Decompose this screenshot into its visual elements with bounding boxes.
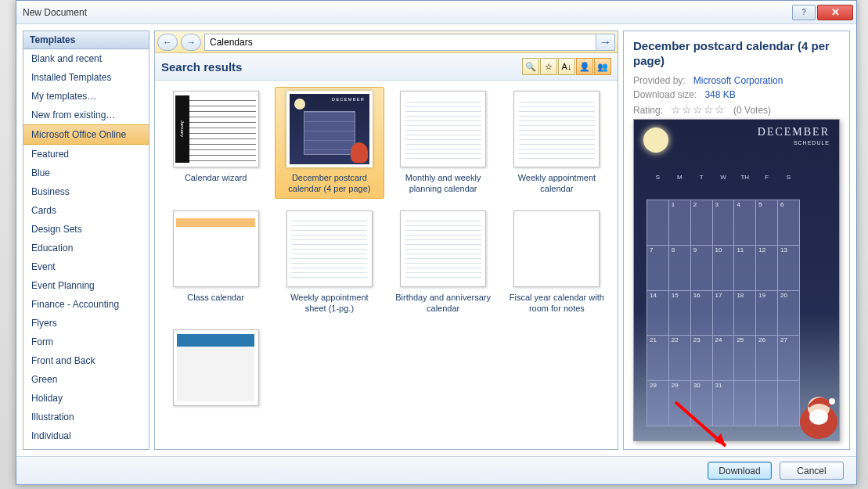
search-go-button[interactable]: → <box>596 34 614 50</box>
new-document-dialog: New Document ? ✕ Templates Blank and rec… <box>16 0 857 485</box>
santa-icon <box>795 384 839 440</box>
sidebar-item-installed-templates[interactable]: Installed Templates <box>23 68 149 87</box>
template-label: Birthday and anniversary calendar <box>393 292 494 315</box>
results-panel: ← → → Search results 🔍 ☆ A↓ 👤 👥 Januar <box>154 31 618 450</box>
template-weekly-appointment-calendar[interactable]: Weekly appointment calendar <box>502 87 611 199</box>
sort-icon[interactable]: A↓ <box>558 58 575 75</box>
details-title: December postcard calendar (4 per page) <box>633 39 840 69</box>
template-monthly-weekly-planning[interactable]: Monthly and weekly planning calendar <box>389 87 498 199</box>
template-label: Class calendar <box>187 292 244 314</box>
sidebar-item-microsoft-office-online[interactable]: Microsoft Office Online <box>23 124 149 145</box>
template-label: Weekly appointment sheet (1-pg.) <box>279 292 380 315</box>
templates-sidebar: Templates Blank and recentInstalled Temp… <box>23 31 149 450</box>
template-thumb <box>173 329 259 406</box>
dialog-footer: Download Cancel <box>16 456 856 484</box>
results-title: Search results <box>161 60 522 74</box>
svg-point-3 <box>829 398 835 405</box>
sidebar-item-illustration[interactable]: Illustration <box>23 408 149 426</box>
sidebar-item-event[interactable]: Event <box>23 257 149 276</box>
provided-by-link[interactable]: Microsoft Corporation <box>693 75 783 86</box>
template-december-postcard-calendar[interactable]: DECEMBERDecember postcard calendar (4 pe… <box>275 87 384 199</box>
nav-forward-button[interactable]: → <box>181 34 201 51</box>
download-button[interactable]: Download <box>708 462 772 480</box>
sidebar-item-education[interactable]: Education <box>23 239 149 257</box>
sidebar-item-cards[interactable]: Cards <box>23 201 149 220</box>
rating-stars: ☆☆☆☆☆ <box>671 103 726 116</box>
nav-search: → <box>204 34 615 51</box>
preview-calendar-grid: SMTWTHFS12345678910111213141516171819202… <box>646 157 800 427</box>
sidebar-item-new-from-existing-[interactable]: New from existing… <box>23 106 149 124</box>
provided-by-label: Provided by: <box>633 75 686 86</box>
results-header: Search results 🔍 ☆ A↓ 👤 👥 <box>155 53 618 81</box>
template-thumb <box>173 210 259 287</box>
details-panel: December postcard calendar (4 per page) … <box>623 31 850 450</box>
results-scroll[interactable]: JanuaryCalendar wizardDECEMBERDecember p… <box>155 81 618 449</box>
template-thumb <box>286 210 373 287</box>
nav-back-button[interactable]: ← <box>157 34 178 51</box>
template-label: Monthly and weekly planning calendar <box>393 172 494 195</box>
sidebar-item-finance-accounting[interactable]: Finance - Accounting <box>23 295 149 314</box>
template-label: Weekly appointment calendar <box>506 172 607 195</box>
download-size-label: Download size: <box>633 89 697 100</box>
preview-subtitle: SCHEDULE <box>794 140 830 146</box>
moon-icon <box>643 128 668 153</box>
sidebar-header: Templates <box>23 31 149 49</box>
template-class-calendar[interactable]: Class calendar <box>161 207 270 318</box>
download-size-value: 348 KB <box>704 89 735 100</box>
template-fiscal-year-calendar[interactable]: Fiscal year calendar with room for notes <box>502 207 611 318</box>
help-button[interactable]: ? <box>792 5 816 20</box>
titlebar: New Document ? ✕ <box>16 1 856 24</box>
template-thumb <box>513 210 600 287</box>
template-calendar-wizard[interactable]: JanuaryCalendar wizard <box>161 87 270 199</box>
sidebar-item-green[interactable]: Green <box>23 370 149 389</box>
template-label: Fiscal year calendar with room for notes <box>506 292 607 315</box>
favorite-icon[interactable]: ☆ <box>540 58 557 75</box>
template-thumb: January <box>173 91 259 167</box>
template-thumb <box>400 91 486 167</box>
preview-month: DECEMBER <box>758 126 830 138</box>
template-birthday-anniversary-calendar[interactable]: Birthday and anniversary calendar <box>389 207 498 318</box>
sidebar-item-front-and-back[interactable]: Front and Back <box>23 351 149 370</box>
template-employee-newsletter[interactable] <box>161 325 270 437</box>
view-icon[interactable]: 🔍 <box>522 58 539 75</box>
sidebar-list[interactable]: Blank and recentInstalled TemplatesMy te… <box>23 49 149 449</box>
results-toolbar: 🔍 ☆ A↓ 👤 👥 <box>522 58 611 75</box>
template-thumb <box>400 210 486 287</box>
search-input[interactable] <box>205 37 596 48</box>
template-thumb: DECEMBER <box>286 91 373 167</box>
template-preview: DECEMBER SCHEDULE SMTWTHFS12345678910111… <box>633 119 840 442</box>
template-label: Calendar wizard <box>185 172 247 194</box>
download-size-row: Download size: 348 KB <box>633 89 840 100</box>
person-icon[interactable]: 👤 <box>576 58 593 75</box>
template-label: December postcard calendar (4 per page) <box>279 172 380 195</box>
window-title: New Document <box>23 7 792 18</box>
sidebar-item-blank-and-recent[interactable]: Blank and recent <box>23 49 149 68</box>
sidebar-item-featured[interactable]: Featured <box>23 145 149 164</box>
sidebar-item-flyers[interactable]: Flyers <box>23 314 149 333</box>
svg-point-2 <box>809 409 828 425</box>
sidebar-item-individual[interactable]: Individual <box>23 426 149 445</box>
sidebar-item-industry[interactable]: Industry <box>23 445 149 449</box>
sidebar-item-event-planning[interactable]: Event Planning <box>23 276 149 295</box>
template-weekly-appointment-sheet[interactable]: Weekly appointment sheet (1-pg.) <box>275 207 384 318</box>
sidebar-item-holiday[interactable]: Holiday <box>23 389 149 408</box>
rating-row: Rating: ☆☆☆☆☆ (0 Votes) <box>633 103 840 116</box>
nav-bar: ← → → <box>155 31 618 53</box>
sidebar-item-my-templates-[interactable]: My templates… <box>23 87 149 106</box>
rating-votes: (0 Votes) <box>733 105 771 116</box>
sidebar-item-form[interactable]: Form <box>23 333 149 351</box>
cancel-button[interactable]: Cancel <box>780 462 844 480</box>
rating-label: Rating: <box>633 105 663 116</box>
sidebar-item-business[interactable]: Business <box>23 182 149 201</box>
template-thumb <box>513 91 600 167</box>
sidebar-item-design-sets[interactable]: Design Sets <box>23 220 149 239</box>
person-add-icon[interactable]: 👥 <box>594 58 611 75</box>
close-button[interactable]: ✕ <box>817 5 853 20</box>
provided-by-row: Provided by: Microsoft Corporation <box>633 75 840 86</box>
sidebar-item-blue[interactable]: Blue <box>23 164 149 182</box>
